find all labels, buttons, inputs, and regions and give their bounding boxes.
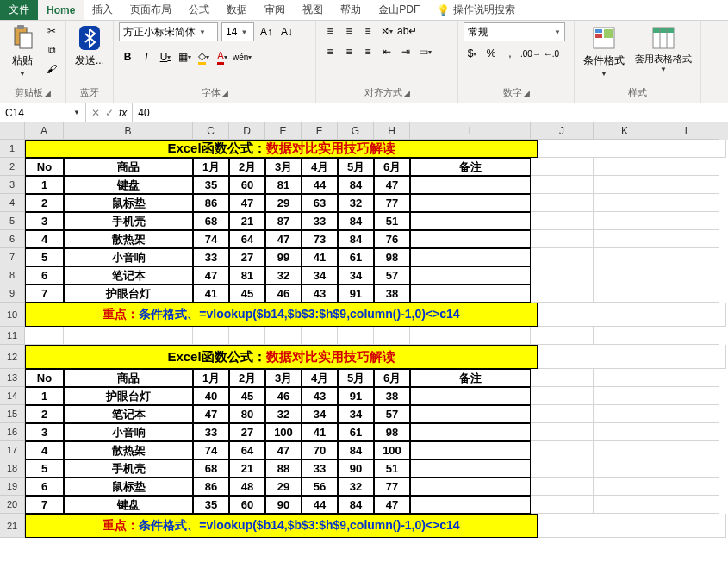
cell[interactable]: 73 [302, 230, 338, 248]
row-header[interactable]: 10 [0, 303, 25, 327]
cell[interactable]: 7 [25, 284, 64, 303]
cell[interactable]: 84 [338, 496, 374, 514]
cell[interactable]: 47 [374, 176, 410, 194]
cell[interactable]: 90 [265, 496, 302, 514]
cell[interactable] [594, 212, 656, 230]
cell[interactable] [594, 478, 656, 496]
cell[interactable]: 27 [229, 248, 265, 266]
cell[interactable]: 99 [265, 248, 302, 266]
cell[interactable] [410, 496, 531, 514]
cell[interactable] [64, 327, 193, 345]
cell[interactable] [656, 176, 719, 194]
cell[interactable] [656, 158, 719, 176]
cell[interactable]: 小音响 [64, 248, 193, 266]
cell[interactable]: 64 [229, 441, 265, 459]
cell[interactable]: 57 [374, 266, 410, 284]
cell[interactable]: 81 [265, 176, 302, 194]
cell[interactable]: 护眼台灯 [64, 387, 193, 405]
wrap-text-button[interactable]: ab↵ [397, 22, 417, 40]
cell[interactable]: 68 [193, 459, 229, 478]
cell[interactable]: 47 [193, 405, 229, 423]
row-header[interactable]: 2 [0, 158, 25, 176]
cell[interactable]: 45 [229, 387, 265, 405]
cell[interactable]: 100 [374, 441, 410, 459]
cell[interactable] [531, 369, 594, 387]
row-header[interactable]: 14 [0, 387, 25, 405]
cell[interactable]: 70 [302, 441, 338, 459]
cell[interactable] [531, 405, 594, 423]
cell[interactable]: 38 [374, 387, 410, 405]
cell[interactable]: 34 [302, 405, 338, 423]
cell[interactable]: 护眼台灯 [64, 284, 193, 303]
cell[interactable]: 重点：条件格式、=vlookup($b14,$b$3:$h$9,column()… [25, 514, 538, 538]
row-header[interactable]: 20 [0, 496, 25, 514]
cell[interactable] [663, 345, 726, 369]
cell[interactable]: 100 [265, 423, 302, 441]
cell[interactable] [656, 478, 719, 496]
cell[interactable]: 40 [193, 387, 229, 405]
tab-home[interactable]: Home [38, 0, 84, 20]
cell[interactable] [656, 194, 719, 212]
cell[interactable] [594, 369, 656, 387]
cell[interactable] [656, 230, 719, 248]
tab-layout[interactable]: 页面布局 [121, 0, 180, 20]
dialog-launcher-icon[interactable]: ◢ [45, 89, 51, 97]
cell[interactable]: 4 [25, 230, 64, 248]
row-header[interactable]: 21 [0, 514, 25, 538]
cell[interactable]: 41 [193, 284, 229, 303]
tab-review[interactable]: 审阅 [256, 0, 294, 20]
decrease-indent-button[interactable]: ⇤ [378, 43, 395, 60]
cell[interactable]: 84 [338, 176, 374, 194]
cell[interactable] [531, 327, 594, 345]
cell[interactable]: 44 [302, 176, 338, 194]
dialog-launcher-icon[interactable]: ◢ [404, 89, 410, 97]
paste-button[interactable]: 粘贴 ▼ [5, 22, 40, 79]
cell[interactable]: 84 [338, 212, 374, 230]
cell[interactable]: 47 [374, 496, 410, 514]
cell[interactable]: 47 [265, 230, 302, 248]
cell[interactable]: 2 [25, 405, 64, 423]
cell[interactable]: 1月 [193, 158, 229, 176]
col-header[interactable]: A [25, 122, 64, 140]
cell[interactable] [531, 284, 594, 303]
bold-button[interactable]: B [119, 48, 136, 66]
cell[interactable] [531, 248, 594, 266]
cancel-icon[interactable]: ✕ [91, 107, 100, 119]
row-header[interactable]: 12 [0, 345, 25, 369]
cell[interactable]: 43 [302, 387, 338, 405]
tab-pdf[interactable]: 金山PDF [370, 0, 428, 20]
cell[interactable]: 6 [25, 266, 64, 284]
cell[interactable] [410, 478, 531, 496]
increase-decimal-button[interactable]: .00→ [520, 45, 541, 62]
cell[interactable] [594, 176, 656, 194]
number-format-combo[interactable]: 常规▼ [464, 22, 565, 41]
cell[interactable]: 34 [338, 405, 374, 423]
cell[interactable]: 91 [338, 387, 374, 405]
cell[interactable] [594, 405, 656, 423]
col-header[interactable]: F [302, 122, 338, 140]
cell[interactable]: 87 [265, 212, 302, 230]
phonetic-button[interactable]: wén▾ [233, 48, 252, 66]
cell[interactable]: 3月 [265, 158, 302, 176]
cell[interactable] [531, 387, 594, 405]
name-box[interactable]: C14▼ [0, 103, 86, 122]
cell[interactable]: 77 [374, 478, 410, 496]
cell[interactable] [531, 441, 594, 459]
col-header[interactable]: I [410, 122, 531, 140]
tab-insert[interactable]: 插入 [84, 0, 121, 20]
cell[interactable]: 键盘 [64, 496, 193, 514]
cell[interactable] [594, 248, 656, 266]
cell[interactable] [410, 248, 531, 266]
cell[interactable]: 鼠标垫 [64, 194, 193, 212]
cell[interactable]: 1 [25, 176, 64, 194]
row-header[interactable]: 8 [0, 266, 25, 284]
align-center-button[interactable]: ≡ [340, 43, 358, 60]
row-header[interactable]: 13 [0, 369, 25, 387]
cell[interactable]: 3 [25, 423, 64, 441]
cell[interactable]: 60 [229, 496, 265, 514]
cell[interactable]: 5 [25, 248, 64, 266]
conditional-format-button[interactable]: 条件格式▼ [580, 22, 628, 79]
cell[interactable] [410, 284, 531, 303]
cell[interactable] [656, 266, 719, 284]
cell[interactable] [538, 140, 600, 158]
